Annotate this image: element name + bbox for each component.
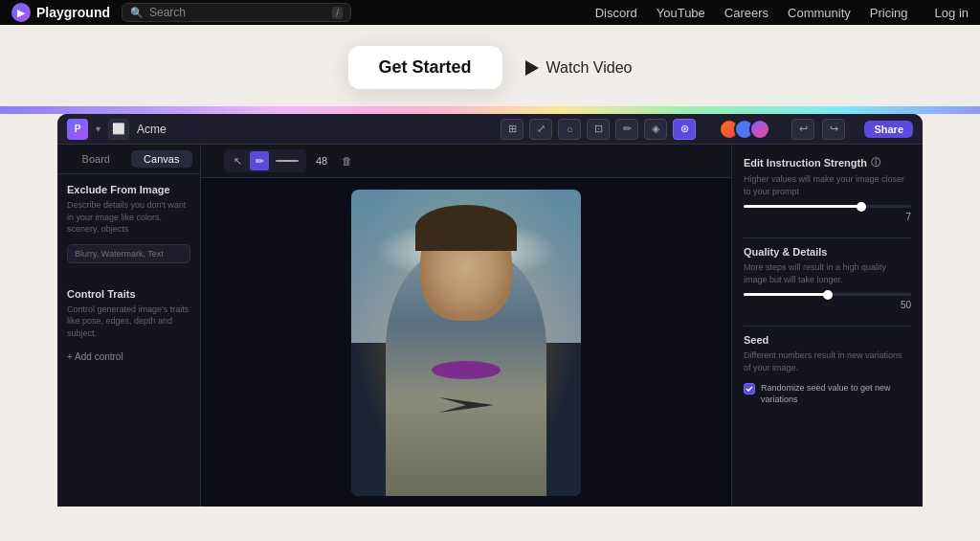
left-panel: Board Canvas Exclude From Image Describe… — [57, 145, 201, 507]
canvas-toolbar: ↖ ✏ 48 🗑 — [201, 145, 731, 178]
titlebar-icons: ⊞ ⤢ ○ ⊡ ✏ ◈ ⊛ — [501, 119, 696, 140]
topnav: ▶ Playground 🔍 Search / Discord YouTube … — [0, 0, 980, 25]
divider-1 — [744, 237, 911, 238]
avatar-3 — [749, 119, 770, 140]
edit-strength-fill — [744, 205, 861, 208]
exclude-section: Exclude From Image Describe details you … — [57, 174, 200, 269]
search-placeholder: Search — [149, 6, 326, 19]
logo-text: Playground — [36, 5, 110, 20]
nav-youtube[interactable]: YouTube — [657, 6, 705, 20]
tab-canvas[interactable]: Canvas — [131, 150, 193, 168]
watch-video-label: Watch Video — [546, 59, 633, 77]
canvas-tool-group: ↖ ✏ — [224, 149, 306, 172]
rainbow-bar — [0, 106, 980, 114]
app-titlebar: P ▾ ⬜ Acme ⊞ ⤢ ○ ⊡ ✏ ◈ ⊛ ↩ ↪ Share — [57, 114, 923, 145]
canvas-brush-number: 48 — [312, 155, 331, 167]
randomize-row: Randomize seed value to get new variatio… — [744, 382, 911, 406]
seed-section: Seed Different numbers result in new var… — [744, 334, 911, 405]
toolbar-filter-icon[interactable]: ⤢ — [529, 119, 552, 140]
quality-section: Quality & Details More steps will result… — [744, 246, 911, 310]
nav-pricing[interactable]: Pricing — [870, 6, 908, 20]
add-control-button[interactable]: + Add control — [67, 348, 190, 366]
nav-links: Discord YouTube Careers Community Pricin… — [595, 6, 969, 20]
app-title: Acme — [137, 123, 167, 136]
toolbar-edit-icon[interactable]: ✏ — [615, 119, 638, 140]
app-logo-arrow: ▾ — [96, 124, 100, 134]
search-box[interactable]: 🔍 Search / — [122, 3, 351, 22]
share-button[interactable]: Share — [864, 121, 913, 138]
right-panel: Edit Instruction Strength ⓘ Higher value… — [731, 145, 923, 507]
portrait-hair — [415, 205, 517, 251]
edit-strength-section: Edit Instruction Strength ⓘ Higher value… — [744, 156, 911, 222]
hero-buttons: Get Started Watch Video — [348, 46, 633, 89]
exclude-desc: Describe details you don't want in your … — [67, 199, 190, 236]
edit-strength-desc: Higher values will make your image close… — [744, 173, 911, 197]
portrait-mustache — [432, 361, 501, 379]
add-control-label: + Add control — [67, 351, 123, 362]
seed-title: Seed — [744, 334, 911, 346]
randomize-label: Randomize seed value to get new variatio… — [761, 382, 911, 406]
canvas-brush-width — [276, 160, 299, 162]
app-logo-icon: P — [67, 119, 88, 140]
control-traits-section: Control Traits Control generated image's… — [57, 269, 200, 372]
edit-strength-thumb — [857, 202, 866, 212]
toolbar-undo[interactable]: ↩ — [791, 119, 814, 140]
quality-fill — [744, 293, 828, 296]
toolbar-circle-icon[interactable]: ○ — [558, 119, 581, 140]
quality-thumb — [823, 290, 833, 300]
nav-careers[interactable]: Careers — [724, 6, 768, 20]
avatar-group — [719, 119, 770, 140]
quality-slider[interactable] — [744, 293, 911, 296]
login-button[interactable]: Log in — [935, 6, 969, 20]
quality-desc: More steps will result in a high quality… — [744, 261, 911, 285]
control-traits-desc: Control generated image's traits like po… — [67, 304, 190, 340]
toolbar-redo[interactable]: ↪ — [822, 119, 845, 140]
toolbar-active-icon[interactable]: ⊛ — [673, 119, 696, 140]
seed-desc: Different numbers result in new variatio… — [744, 349, 911, 373]
exclude-input[interactable] — [67, 244, 190, 263]
portrait-background — [351, 190, 581, 496]
panel-tabs: Board Canvas — [57, 145, 200, 174]
hero-section: Get Started Watch Video — [0, 25, 980, 114]
search-kbd: / — [332, 7, 343, 19]
quality-title: Quality & Details — [744, 246, 911, 258]
edit-strength-info-icon[interactable]: ⓘ — [871, 156, 880, 169]
canvas-area: ↖ ✏ 48 🗑 — [201, 145, 731, 507]
toolbar-image-icon[interactable]: ⊡ — [587, 119, 610, 140]
canvas-tool-cursor[interactable]: ↖ — [228, 151, 247, 170]
edit-strength-title: Edit Instruction Strength ⓘ — [744, 156, 911, 169]
canvas-content[interactable] — [201, 178, 731, 507]
quality-value: 50 — [744, 300, 911, 310]
toolbar-palette-icon[interactable]: ◈ — [644, 119, 667, 140]
canvas-image — [351, 190, 581, 496]
canvas-trash-icon[interactable]: 🗑 — [337, 151, 356, 170]
logo-icon: ▶ — [11, 3, 31, 22]
logo[interactable]: ▶ Playground — [11, 3, 110, 22]
edit-strength-slider[interactable] — [744, 205, 911, 208]
randomize-checkbox[interactable] — [744, 383, 755, 394]
toolbar-grid-icon[interactable]: ⊞ — [501, 119, 523, 140]
nav-discord[interactable]: Discord — [595, 6, 637, 20]
tab-board[interactable]: Board — [65, 150, 127, 168]
control-traits-title: Control Traits — [67, 288, 190, 300]
divider-2 — [744, 326, 911, 327]
get-started-button[interactable]: Get Started — [348, 46, 502, 89]
app-window: P ▾ ⬜ Acme ⊞ ⤢ ○ ⊡ ✏ ◈ ⊛ ↩ ↪ Share — [57, 114, 923, 507]
nav-community[interactable]: Community — [788, 6, 851, 20]
play-icon — [525, 60, 539, 76]
exclude-title: Exclude From Image — [67, 184, 190, 195]
app-new-tab-btn[interactable]: ⬜ — [108, 119, 129, 140]
watch-video-button[interactable]: Watch Video — [525, 59, 633, 77]
app-body: Board Canvas Exclude From Image Describe… — [57, 145, 923, 507]
search-icon: 🔍 — [130, 7, 144, 19]
edit-strength-value: 7 — [744, 212, 911, 222]
canvas-tool-brush[interactable]: ✏ — [250, 151, 269, 170]
